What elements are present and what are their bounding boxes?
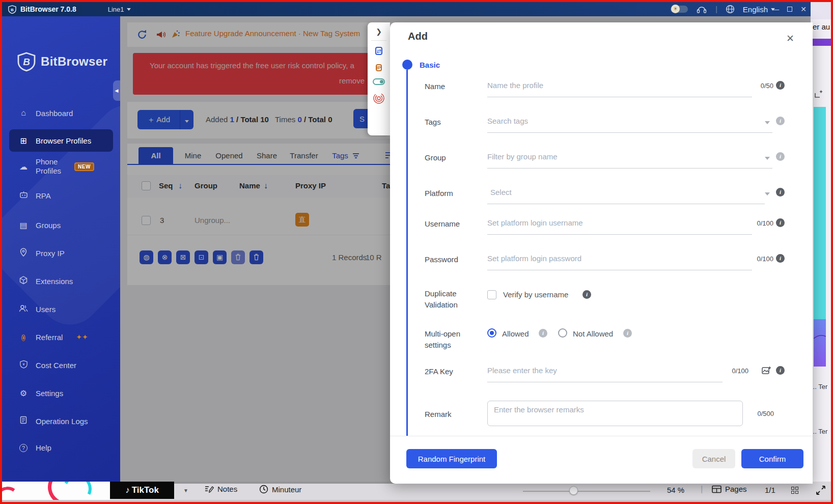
export-icon[interactable]: [814, 90, 823, 99]
sidebar-item-proxy-ip[interactable]: Proxy IP: [9, 244, 113, 262]
info-icon[interactable]: i: [776, 152, 785, 161]
sidebar-item-phone-profiles[interactable]: ☁ Phone Profiles NEW: [9, 155, 113, 178]
svg-text:B: B: [11, 8, 14, 12]
chevron-down-icon[interactable]: ▼: [183, 488, 188, 493]
language-selector[interactable]: English: [743, 5, 775, 14]
sidebar-item-cost-center[interactable]: ¥Cost Center: [9, 356, 113, 374]
home-icon: ⌂: [17, 108, 30, 118]
grid-view-icon[interactable]: [791, 487, 798, 494]
gear-icon: ⚙: [17, 388, 30, 398]
field-tags: Tags i: [390, 108, 813, 138]
group-select[interactable]: [487, 149, 711, 164]
theme-toggle[interactable]: ☀: [671, 6, 688, 13]
minimize-button[interactable]: —: [772, 5, 779, 13]
2fa-counter: 0/100: [716, 367, 748, 375]
cube-icon: [17, 276, 30, 287]
timer-button[interactable]: Minuteur: [259, 485, 301, 494]
sidebar: B BitBrowser ◀ ⌂Dashboard ⊞Browser Profi…: [2, 16, 120, 482]
password-input[interactable]: [487, 250, 711, 266]
cancel-button[interactable]: Cancel: [692, 449, 735, 468]
shield-yen-icon: ¥: [17, 360, 30, 371]
2fa-key-input[interactable]: [487, 362, 681, 378]
info-icon[interactable]: i: [776, 254, 785, 263]
allowed-radio[interactable]: [487, 328, 496, 338]
dialog-title: Add: [408, 31, 428, 42]
field-name: Name 0/50 i: [390, 72, 813, 103]
template-item[interactable]: ... Ter: [811, 383, 827, 390]
music-note-icon: ♪: [125, 485, 130, 495]
zoom-slider-track[interactable]: [523, 491, 650, 492]
grid-icon: ⊞: [17, 136, 30, 146]
basic-section-dot: [402, 60, 412, 70]
info-icon[interactable]: i: [776, 366, 785, 375]
toggle-icon[interactable]: [373, 78, 385, 85]
tags-input[interactable]: [487, 113, 711, 128]
info-icon[interactable]: i: [623, 329, 632, 338]
remark-counter: 0/500: [749, 410, 774, 417]
close-button[interactable]: ✕: [800, 5, 807, 13]
dialog-side-rail: ❯ ⇄ IP: [368, 22, 390, 135]
sidebar-collapse-handle[interactable]: ◀: [113, 80, 120, 101]
sidebar-item-settings[interactable]: ⚙Settings: [9, 384, 113, 402]
info-icon[interactable]: i: [776, 218, 785, 227]
sidebar-item-help[interactable]: ?Help: [9, 438, 113, 457]
monitor-sync-icon[interactable]: ⇄: [375, 46, 382, 55]
sidebar-item-extensions[interactable]: Extensions: [9, 272, 113, 290]
zoom-percentage[interactable]: 54 %: [667, 486, 684, 494]
random-fingerprint-button[interactable]: Random Fingerprint: [406, 449, 497, 468]
info-icon[interactable]: i: [776, 81, 785, 90]
platform-select[interactable]: [490, 184, 711, 200]
rail-divider: [371, 40, 386, 41]
verify-username-checkbox[interactable]: [487, 290, 496, 299]
support-headset-icon[interactable]: [696, 5, 707, 14]
robot-icon: [17, 191, 30, 201]
field-remark: Remark 0/500: [390, 391, 813, 437]
titlebar-tools: ☀ | English: [671, 2, 775, 16]
sidebar-item-rpa[interactable]: RPA: [9, 186, 113, 205]
svg-text:¥: ¥: [22, 362, 24, 367]
image-upload-icon[interactable]: [762, 366, 771, 375]
username-input[interactable]: [487, 215, 711, 230]
dialog-close-icon[interactable]: ✕: [786, 33, 794, 44]
remark-textarea[interactable]: [487, 401, 743, 426]
pages-control[interactable]: Pages: [712, 485, 747, 493]
blue-thumbnail-bar: [814, 319, 826, 367]
bitbrowser-shield-icon: B: [17, 51, 36, 72]
sidebar-item-users[interactable]: Users: [9, 300, 113, 318]
info-icon[interactable]: i: [582, 290, 591, 299]
ip-monitor-icon[interactable]: IP: [376, 62, 382, 71]
fingerprint-icon[interactable]: [373, 92, 385, 104]
sidebar-item-dashboard[interactable]: ⌂Dashboard: [9, 104, 113, 122]
sidebar-item-operation-logs[interactable]: Operation Logs: [9, 412, 113, 430]
sidebar-item-groups[interactable]: ▤Groups: [9, 216, 113, 234]
checkbox-label: Verify by username: [503, 290, 568, 299]
zoom-slider-thumb[interactable]: [569, 486, 578, 495]
fullscreen-icon[interactable]: [816, 485, 826, 495]
purple-band: [811, 39, 833, 46]
info-icon[interactable]: i: [776, 188, 785, 197]
page-indicator: 1/1: [765, 486, 775, 494]
info-icon[interactable]: i: [539, 329, 547, 338]
line-selector[interactable]: Line1: [108, 6, 131, 13]
name-counter: 0/50: [749, 82, 773, 90]
tiktok-taskbar-item[interactable]: ♪ TikTok: [110, 482, 174, 499]
info-icon[interactable]: i: [776, 117, 785, 125]
clock-icon: [259, 485, 268, 494]
password-counter: 0/100: [744, 255, 773, 263]
sidebar-item-referral[interactable]: ¥Referral ✦✦: [9, 328, 113, 346]
layers-icon: ▤: [17, 220, 30, 230]
template-item[interactable]: ... Ter: [811, 428, 827, 435]
notes-button[interactable]: Notes: [205, 485, 237, 493]
not-allowed-radio[interactable]: [558, 328, 567, 338]
globe-icon: [726, 5, 735, 14]
app-title: BitBrowser 7.0.8: [20, 5, 76, 13]
maximize-button[interactable]: [787, 7, 792, 12]
confirm-button[interactable]: Confirm: [741, 449, 803, 468]
taskbar-bottom-strip: [2, 500, 831, 504]
sidebar-item-browser-profiles[interactable]: ⊞Browser Profiles: [9, 129, 113, 152]
chevron-down-icon: [765, 121, 770, 124]
name-input[interactable]: [487, 77, 711, 93]
chevron-down-icon: [765, 157, 770, 160]
chevron-right-icon[interactable]: ❯: [376, 27, 382, 36]
cyan-thumbnail-bar: [814, 107, 826, 319]
